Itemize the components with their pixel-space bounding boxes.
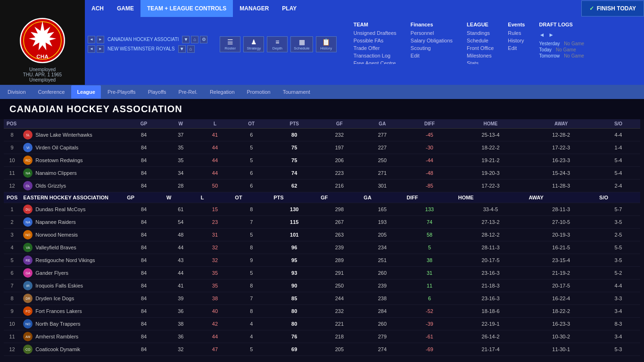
table-row[interactable]: 9 VI Virden Oil Capitals 84 35 44 5 75 1… bbox=[4, 141, 640, 154]
team-gf: 289 bbox=[318, 254, 361, 267]
team-home: 23-16-3 bbox=[455, 292, 526, 305]
team-l: 44 bbox=[198, 330, 232, 343]
team-ot: 4 bbox=[232, 318, 271, 330]
draft-next[interactable]: ► bbox=[548, 32, 554, 38]
league-milestones[interactable]: Milestones bbox=[467, 52, 494, 59]
strategy-button[interactable]: ♟ Strategy bbox=[243, 36, 264, 52]
table-row[interactable]: 11 AM Amherst Ramblers 84 36 44 4 76 218… bbox=[4, 330, 640, 343]
history-button[interactable]: 📋 History bbox=[316, 36, 337, 52]
tab-relegation[interactable]: Relegation bbox=[204, 85, 240, 99]
team-diff: 6 bbox=[404, 292, 455, 305]
table-row[interactable]: 10 NO North Bay Trappers 84 38 42 4 80 2… bbox=[4, 318, 640, 330]
league-front-office[interactable]: Front Office bbox=[467, 45, 494, 51]
team-l: 32 bbox=[198, 241, 232, 254]
team-name-cell: IR Iroquois Falls Eskies bbox=[20, 280, 124, 292]
tab-division[interactable]: Division bbox=[2, 85, 32, 99]
team-name-cell: VI Virden Oil Capitals bbox=[20, 141, 124, 154]
next-arrow-2[interactable]: ► bbox=[97, 45, 104, 53]
team-unsigned-draftees[interactable]: Unsigned Draftees bbox=[354, 30, 396, 36]
nav-play[interactable]: PLAY bbox=[275, 0, 303, 17]
team-possible-fas[interactable]: Possible FAs bbox=[354, 37, 396, 44]
table-row[interactable]: 5 RE Restigouche Nord Vikings 84 43 32 9… bbox=[4, 254, 640, 267]
draft-prev[interactable]: ◄ bbox=[539, 32, 545, 38]
events-history[interactable]: History bbox=[508, 37, 525, 44]
nav-manager[interactable]: MANAGER bbox=[233, 0, 275, 17]
league-menu-title: LEAGUE bbox=[467, 22, 494, 27]
table-row[interactable]: 11 NA Nanaimo Clippers 84 34 44 6 74 223… bbox=[4, 167, 640, 180]
depth-label: Depth bbox=[272, 46, 282, 50]
team-pos: 11 bbox=[4, 167, 20, 180]
team-ga: 193 bbox=[361, 216, 404, 229]
events-menu: Events Rules History Edit bbox=[508, 22, 525, 66]
table-row[interactable]: 6 GA Gander Flyers 84 44 35 5 93 291 260… bbox=[4, 267, 640, 280]
table-row[interactable]: 1 DU Dundas Real McCoys 84 61 15 8 130 2… bbox=[4, 203, 640, 216]
team-transaction-log[interactable]: Transaction Log bbox=[354, 52, 396, 59]
depth-button[interactable]: ≡ Depth bbox=[267, 36, 288, 52]
team-name-cell: NO Norwood Nemesis bbox=[20, 229, 124, 241]
schedule-button[interactable]: ▦ Schedule bbox=[290, 36, 313, 52]
team-away: 12-28-2 bbox=[526, 129, 596, 141]
home-icon-2[interactable]: ⌂ bbox=[187, 45, 195, 53]
team-logo: NA bbox=[23, 217, 33, 227]
team-pts: 74 bbox=[271, 167, 318, 180]
league-menu: LEAGUE Standings Schedule Front Office M… bbox=[467, 22, 494, 66]
tab-pre-rel[interactable]: Pre-Rel. bbox=[173, 85, 203, 99]
team-name-text: Gander Flyers bbox=[35, 270, 68, 276]
table-row[interactable]: 4 VA Valleyfield Braves 84 44 32 8 96 23… bbox=[4, 241, 640, 254]
dropdown-icon-2[interactable]: ▼ bbox=[178, 45, 186, 53]
settings-icon-1[interactable]: ⚙ bbox=[200, 36, 207, 43]
profile-status: Unemployed bbox=[29, 67, 56, 72]
table-row[interactable]: 2 NA Napanee Raiders 84 54 23 7 115 267 … bbox=[4, 216, 640, 229]
team-pts: 80 bbox=[271, 129, 318, 141]
team-home: 28-11-3 bbox=[455, 241, 526, 254]
roster-button[interactable]: ☰ Roster bbox=[220, 36, 240, 52]
table-row[interactable]: 8 SL Slave Lake Winterhawks 84 37 41 6 8… bbox=[4, 129, 640, 141]
team-away: 11-28-3 bbox=[526, 180, 596, 192]
team-trade-offer[interactable]: Trade Offer bbox=[354, 45, 396, 51]
team-home: 33-4-5 bbox=[455, 203, 526, 216]
tab-pre-playoffs[interactable]: Pre-Playoffs bbox=[102, 85, 141, 99]
finances-scouting[interactable]: Scouting bbox=[411, 45, 453, 51]
finances-edit[interactable]: Edit bbox=[411, 52, 453, 59]
team-logo: RO bbox=[23, 156, 33, 165]
events-rules[interactable]: Rules bbox=[508, 30, 525, 36]
team-name-text: Olds Grizzlys bbox=[35, 183, 66, 189]
table-row[interactable]: 10 RO Rosetown Redwings 84 35 44 5 75 20… bbox=[4, 154, 640, 167]
next-arrow-1[interactable]: ► bbox=[97, 36, 104, 43]
prev-arrow-2[interactable]: ◄ bbox=[88, 45, 95, 53]
events-edit[interactable]: Edit bbox=[508, 45, 525, 51]
table-row[interactable]: 3 NO Norwood Nemesis 84 48 31 5 101 263 … bbox=[4, 229, 640, 241]
league-schedule[interactable]: Schedule bbox=[467, 37, 494, 44]
table-row[interactable]: 9 FO Fort Frances Lakers 84 36 40 8 80 2… bbox=[4, 305, 640, 318]
tab-tournament[interactable]: Tournament bbox=[277, 85, 316, 99]
home-icon-1[interactable]: ⌂ bbox=[191, 36, 198, 43]
today-val: No Game bbox=[556, 47, 576, 52]
team-away: 28-11-3 bbox=[526, 203, 596, 216]
table-row[interactable]: 12 CO Coaticook Dynamik 84 32 47 5 69 20… bbox=[4, 343, 640, 356]
team-w: 32 bbox=[164, 343, 198, 356]
table-row[interactable]: 12 OL Olds Grizzlys 84 28 50 6 62 216 30… bbox=[4, 180, 640, 192]
prev-arrow-1[interactable]: ◄ bbox=[88, 36, 95, 43]
nav-ach[interactable]: ACH bbox=[85, 0, 110, 17]
team-so: 3-5 bbox=[596, 254, 640, 267]
section-gp-label: GP bbox=[124, 192, 164, 203]
team-away: 15-24-3 bbox=[526, 167, 596, 180]
finances-salary[interactable]: Salary Obligations bbox=[411, 37, 453, 44]
team-diff: -85 bbox=[404, 180, 455, 192]
table-row[interactable]: 7 IR Iroquois Falls Eskies 84 41 35 8 90… bbox=[4, 280, 640, 292]
breadcrumb-row: ◄ ► CANADIAN HOCKEY ASSOCIATI ▼ ⌂ ⚙ ◄ ► … bbox=[85, 17, 644, 71]
nav-team-league[interactable]: TEAM + LEAGUE CONTROLS bbox=[140, 0, 233, 17]
tab-league[interactable]: League bbox=[71, 85, 101, 99]
finances-personnel[interactable]: Personnel bbox=[411, 30, 453, 36]
tab-promotion[interactable]: Promotion bbox=[241, 85, 276, 99]
finish-today-button[interactable]: ✓ FINISH TODAY bbox=[581, 0, 644, 16]
tab-conference[interactable]: Conference bbox=[33, 85, 71, 99]
team-home: 28-12-2 bbox=[455, 229, 526, 241]
team-w: 44 bbox=[164, 267, 198, 280]
tab-playoffs[interactable]: Playoffs bbox=[142, 85, 172, 99]
table-row[interactable]: 8 DR Dryden Ice Dogs 84 39 38 7 85 244 2… bbox=[4, 292, 640, 305]
dropdown-icon-1[interactable]: ▼ bbox=[182, 36, 190, 43]
team-name-text: Coaticook Dynamik bbox=[35, 346, 80, 352]
league-standings[interactable]: Standings bbox=[467, 30, 494, 36]
nav-game[interactable]: GAME bbox=[110, 0, 140, 17]
